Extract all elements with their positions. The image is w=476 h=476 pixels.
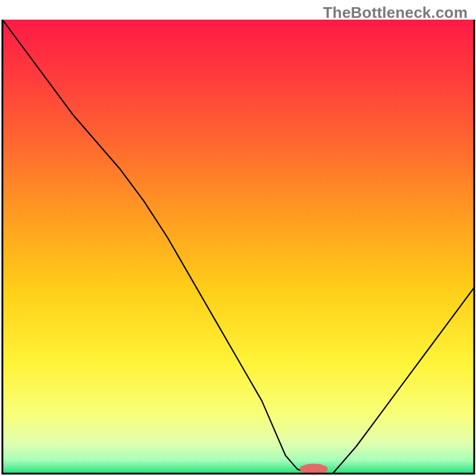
bottleneck-chart: TheBottleneck.com [0,0,476,476]
watermark-text: TheBottleneck.com [323,4,468,22]
chart-svg [0,0,476,476]
gradient-background [2,20,474,474]
